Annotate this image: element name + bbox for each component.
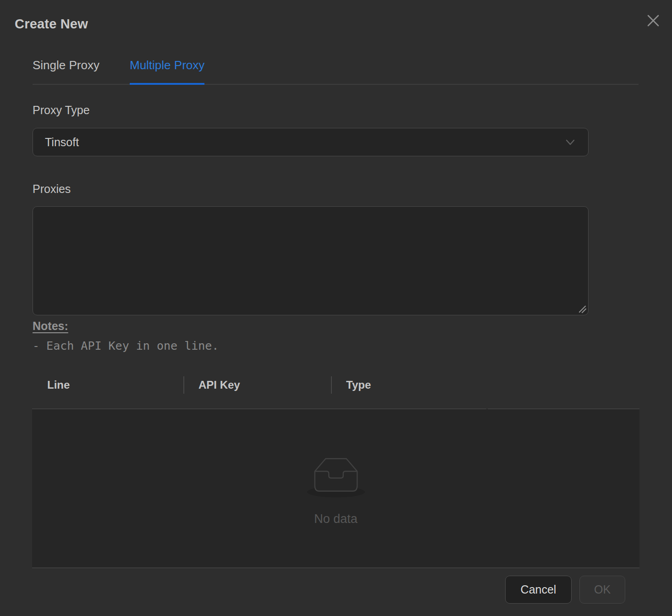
proxies-label: Proxies	[33, 182, 71, 196]
column-header-filler	[488, 361, 639, 409]
ok-button[interactable]: OK	[579, 576, 625, 604]
close-button[interactable]	[643, 11, 663, 31]
empty-inbox-icon	[302, 451, 370, 505]
results-table: Line API Key Type No data	[32, 361, 639, 568]
proxies-textarea[interactable]	[33, 206, 589, 315]
notes-line: - Each API Key in one line.	[33, 339, 219, 352]
tab-single-proxy[interactable]: Single Proxy	[33, 55, 99, 84]
cancel-button[interactable]: Cancel	[505, 576, 572, 604]
notes-heading: Notes:	[33, 319, 68, 333]
column-header-type: Type	[331, 361, 486, 409]
table-header-row: Line API Key Type	[32, 361, 639, 409]
proxy-type-value: Tinsoft	[45, 136, 564, 149]
column-header-api-key: API Key	[183, 361, 331, 409]
tab-multiple-proxy[interactable]: Multiple Proxy	[130, 55, 204, 84]
close-icon	[646, 14, 660, 28]
column-header-line: Line	[32, 361, 183, 409]
table-body: No data	[32, 409, 639, 568]
proxy-type-label: Proxy Type	[33, 104, 90, 117]
create-new-modal: Create New Single Proxy Multiple Proxy P…	[0, 0, 672, 616]
empty-state: No data	[302, 451, 370, 526]
empty-state-text: No data	[314, 512, 358, 526]
proxy-type-select[interactable]: Tinsoft	[33, 128, 589, 156]
modal-title: Create New	[15, 16, 88, 32]
resize-handle-icon[interactable]	[578, 304, 587, 314]
tab-bar: Single Proxy Multiple Proxy	[33, 55, 639, 85]
chevron-down-icon	[564, 136, 576, 148]
